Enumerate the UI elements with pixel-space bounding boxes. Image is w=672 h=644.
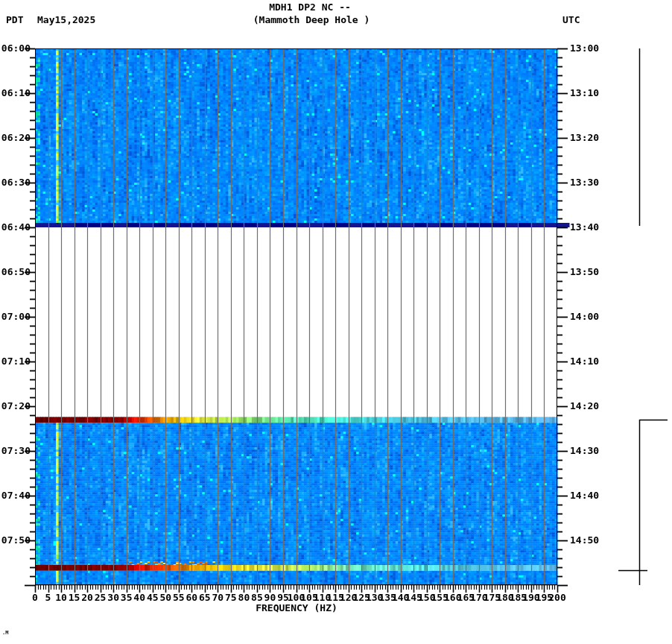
time-label-left: 07:50 bbox=[0, 535, 31, 546]
freq-tick-label: 200 bbox=[542, 593, 572, 602]
time-label-left: 07:40 bbox=[0, 490, 31, 501]
time-label-right: 14:30 bbox=[570, 446, 599, 456]
watermark: .M bbox=[2, 630, 8, 636]
date-label: May15,2025 bbox=[37, 15, 95, 25]
time-label-right: 13:00 bbox=[570, 43, 599, 54]
time-label-right: 13:40 bbox=[570, 222, 599, 233]
time-label-left: 06:30 bbox=[0, 177, 31, 188]
time-label-left: 06:10 bbox=[0, 88, 31, 98]
time-label-left: 06:40 bbox=[0, 222, 31, 233]
time-label-right: 13:10 bbox=[570, 88, 599, 98]
time-label-left: 06:50 bbox=[0, 267, 31, 277]
station-subtitle: (Mammoth Deep Hole ) bbox=[253, 15, 370, 25]
time-label-right: 14:50 bbox=[570, 535, 599, 546]
time-label-left: 06:20 bbox=[0, 133, 31, 143]
timezone-right-label: UTC bbox=[562, 15, 580, 25]
spectrogram-page: PDT May15,2025 MDH1 DP2 NC -- (Mammoth D… bbox=[0, 0, 672, 644]
time-label-left: 06:00 bbox=[0, 43, 31, 54]
time-label-right: 13:30 bbox=[570, 177, 599, 188]
time-label-left: 07:30 bbox=[0, 446, 31, 456]
x-axis-title: FREQUENCY (HZ) bbox=[256, 602, 337, 613]
time-label-right: 14:10 bbox=[570, 356, 599, 367]
time-label-right: 14:40 bbox=[570, 490, 599, 501]
time-label-right: 14:20 bbox=[570, 401, 599, 411]
timezone-left-label: PDT bbox=[6, 15, 23, 25]
time-label-right: 14:00 bbox=[570, 312, 599, 322]
time-label-right: 13:20 bbox=[570, 133, 599, 143]
time-label-left: 07:00 bbox=[0, 312, 31, 322]
time-label-left: 07:10 bbox=[0, 356, 31, 367]
time-label-left: 07:20 bbox=[0, 401, 31, 411]
time-label-right: 13:50 bbox=[570, 267, 599, 277]
station-title: MDH1 DP2 NC -- bbox=[269, 2, 351, 13]
